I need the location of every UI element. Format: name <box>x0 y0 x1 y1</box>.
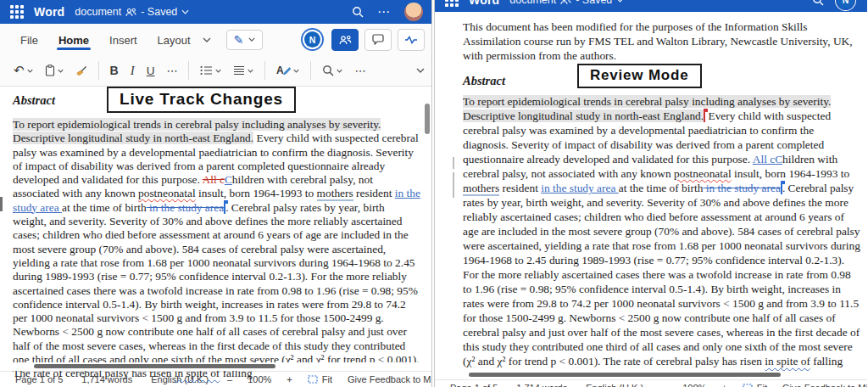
text-segment-n: . Cerebral palsy rates by year, birth we… <box>463 182 860 367</box>
app-title[interactable]: Word <box>34 5 64 19</box>
word-count[interactable]: 1,714 words <box>516 383 567 387</box>
more-tabs-chevron-icon[interactable] <box>203 37 211 42</box>
fit-button[interactable]: Fit <box>743 383 767 387</box>
ribbon-tabs: File Home Insert Layout ✎ N <box>0 24 431 55</box>
more-options-icon[interactable]: ⋯ <box>377 8 391 16</box>
more-formatting-button[interactable]: ⋯ <box>161 61 182 81</box>
chevron-down-icon <box>248 37 255 42</box>
catch-up-button[interactable] <box>398 29 425 51</box>
divider <box>98 61 99 80</box>
tab-layout[interactable]: Layout <box>149 26 199 53</box>
underline-button[interactable]: U <box>142 61 160 81</box>
save-status[interactable]: - Saved <box>576 0 612 6</box>
divider <box>264 61 265 80</box>
search-icon[interactable] <box>352 6 364 18</box>
italic-button[interactable]: I <box>125 60 140 81</box>
draw-mode-button[interactable]: ✎ <box>226 30 264 50</box>
comments-button[interactable] <box>364 29 392 51</box>
vertical-scrollbar-thumb[interactable] <box>425 104 430 134</box>
tab-file[interactable]: File <box>12 26 47 53</box>
text-segment-n: resident <box>499 182 541 194</box>
text-segment-n: resident <box>353 187 395 199</box>
find-button[interactable] <box>317 61 348 80</box>
activity-icon <box>404 36 418 44</box>
document-name[interactable]: document <box>75 6 121 18</box>
clipboard-icon <box>45 64 55 76</box>
shared-people-icon <box>560 0 571 5</box>
svg-text:A: A <box>276 64 284 76</box>
abstract-heading: Abstract <box>13 93 55 108</box>
document-canvas[interactable]: Abstract Live Track Changes To report ep… <box>0 87 431 362</box>
bullets-button[interactable] <box>195 62 226 79</box>
chevron-down-icon <box>215 69 221 73</box>
search-icon[interactable] <box>812 0 824 6</box>
text-segment-caretr <box>704 111 705 122</box>
zoom-out-button[interactable]: – <box>662 383 667 387</box>
feedback-link[interactable]: Give Feedback to Microsoft <box>782 383 867 387</box>
share-button[interactable] <box>331 29 359 51</box>
presence-badge[interactable]: N <box>837 0 854 8</box>
horizontal-scrollbar-thumb[interactable] <box>34 364 275 368</box>
align-justify-icon <box>233 65 245 76</box>
chevron-down-icon[interactable] <box>181 9 189 14</box>
chevron-down-icon <box>337 69 342 73</box>
app-launcher-icon[interactable] <box>10 5 24 19</box>
divider <box>188 61 189 80</box>
shared-people-icon <box>125 8 136 17</box>
text-segment-ins: All c <box>753 153 775 165</box>
tab-home[interactable]: Home <box>50 26 97 53</box>
modification-notice: This document has been modified for the … <box>463 20 859 63</box>
language-indicator[interactable]: English (U.K.) <box>586 383 643 387</box>
bullet-list-icon <box>200 65 213 76</box>
search-icon <box>322 64 334 76</box>
chevron-down-icon <box>248 69 253 73</box>
fit-page-icon <box>743 384 753 387</box>
styles-button[interactable]: A <box>271 61 304 80</box>
page-indicator[interactable]: Page 1 of 5 <box>450 383 498 387</box>
titlebar: Word document - Saved ⋯ <box>0 0 431 24</box>
text-segment-caretb <box>781 183 782 194</box>
chevron-down-icon[interactable] <box>616 0 624 3</box>
format-painter-button[interactable] <box>70 62 92 80</box>
alignment-button[interactable] <box>228 62 259 79</box>
abstract-paragraph[interactable]: To report epidemiological trends in cere… <box>13 118 420 381</box>
more-commands-button[interactable]: ⋯ <box>349 61 370 81</box>
style-pen-icon: A <box>276 64 291 76</box>
app-title[interactable]: Word <box>469 0 499 7</box>
horizontal-scrollbar-thumb[interactable] <box>469 373 781 377</box>
chevron-down-icon <box>58 69 64 73</box>
horizontal-scrollbar[interactable] <box>0 362 431 371</box>
collapse-ribbon-chevron-icon[interactable] <box>416 68 426 73</box>
undo-icon: ↶ <box>14 63 25 78</box>
undo-button[interactable]: ↶ <box>8 59 38 81</box>
change-bar <box>0 197 3 211</box>
people-icon <box>339 35 352 45</box>
avatar[interactable] <box>404 3 423 21</box>
horizontal-scrollbar[interactable] <box>435 371 867 379</box>
zoom-in-button[interactable]: + <box>721 383 726 387</box>
text-segment-delb: in the study area <box>147 201 224 214</box>
change-bar <box>453 157 454 169</box>
text-segment-delb: in the study area <box>703 182 780 194</box>
text-segment-ins: C <box>775 153 782 165</box>
app-launcher-icon[interactable] <box>445 0 459 7</box>
text-segment-n: insult, born 1964-1993 to <box>732 167 849 180</box>
document-canvas[interactable]: This document has been modified for the … <box>435 20 867 371</box>
format-painter-icon <box>75 65 87 76</box>
divider <box>310 61 311 80</box>
presence-badge[interactable]: N <box>304 31 320 48</box>
chevron-down-icon <box>27 69 33 73</box>
text-segment-ulg: mothers <box>317 187 353 201</box>
word-window-right: Word document - Saved N This document ha… <box>434 0 867 387</box>
text-segment-n: at the time of birth <box>62 201 147 214</box>
abstract-paragraph[interactable]: To report epidemiological trends in cere… <box>463 94 860 368</box>
split-screen: Word document - Saved ⋯ File Home Insert… <box>0 0 868 387</box>
paste-button[interactable] <box>40 61 69 80</box>
tab-insert[interactable]: Insert <box>101 26 146 53</box>
save-status[interactable]: - Saved <box>141 6 177 18</box>
zoom-level[interactable]: 100% <box>682 383 706 387</box>
chevron-down-icon <box>293 69 299 73</box>
bold-button[interactable]: B <box>105 60 124 81</box>
word-window-left: Word document - Saved ⋯ File Home Insert… <box>0 0 432 387</box>
document-name[interactable]: document <box>509 0 556 6</box>
